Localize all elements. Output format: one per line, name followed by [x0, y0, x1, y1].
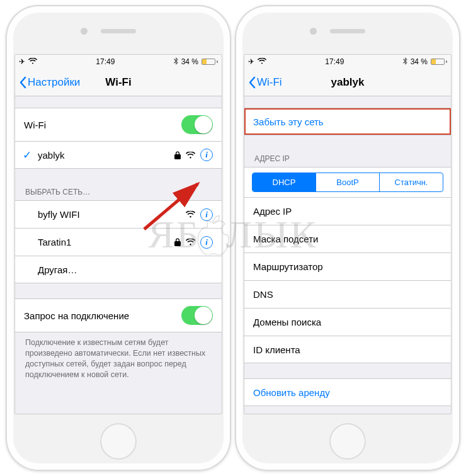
wifi-toggle-label: Wi-Fi [24, 120, 181, 130]
bluetooth-icon [174, 57, 178, 67]
wifi-toggle-row[interactable]: Wi-Fi [15, 108, 222, 141]
wifi-signal-icon [186, 211, 195, 218]
other-label: Другая… [38, 264, 213, 275]
forget-network-button[interactable]: Забыть эту сеть [244, 108, 451, 135]
seg-static[interactable]: Статичн. [379, 173, 443, 191]
row-ip-address[interactable]: Адрес IP [244, 197, 451, 225]
renew-label: Обновить аренду [253, 387, 330, 398]
back-label: Wi-Fi [257, 76, 282, 89]
back-label: Настройки [28, 76, 80, 89]
row-subnet-mask[interactable]: Маска подсети [244, 225, 451, 252]
airplane-icon: ✈︎ [19, 57, 25, 66]
row-client-id[interactable]: ID клиента [244, 336, 451, 363]
navbar: Настройки Wi-Fi [15, 69, 222, 96]
network-ssid: Taratin1 [38, 237, 174, 247]
status-bar: ✈︎ 17:49 34 % [244, 55, 451, 69]
row-router[interactable]: Маршрутизатор [244, 252, 451, 280]
home-button[interactable] [329, 423, 366, 460]
ip-section-header: АДРЕС IP [244, 150, 451, 167]
other-network-row[interactable]: Другая… [15, 256, 222, 283]
wifi-status-icon [258, 57, 266, 66]
phone-left: ✈︎ 17:49 34 % Настройки W [6, 5, 231, 471]
ask-to-join-toggle[interactable] [181, 306, 213, 325]
wifi-signal-icon [186, 239, 195, 246]
home-button[interactable] [100, 423, 137, 460]
wifi-toggle[interactable] [181, 115, 213, 134]
lock-icon [174, 151, 181, 159]
info-icon[interactable]: i [200, 208, 213, 221]
choose-network-header: ВЫБРАТЬ СЕТЬ… [15, 184, 222, 200]
forget-label: Забыть эту сеть [253, 116, 324, 127]
status-bar: ✈︎ 17:49 34 % [15, 55, 222, 69]
battery-icon [202, 59, 218, 65]
row-search-domains[interactable]: Домены поиска [244, 308, 451, 336]
battery-pct-text: 34 % [411, 57, 428, 66]
airplane-icon: ✈︎ [248, 57, 254, 66]
page-title: yablyk [331, 76, 365, 89]
chevron-left-icon [248, 76, 256, 89]
row-dns[interactable]: DNS [244, 280, 451, 308]
screen-wifi-detail: ✈︎ 17:49 34 % Wi-Fi yablyk [244, 54, 452, 414]
seg-bootp[interactable]: BootP [315, 173, 379, 191]
chevron-left-icon [19, 76, 26, 89]
bluetooth-icon [403, 57, 407, 67]
battery-pct-text: 34 % [181, 57, 198, 66]
status-time: 17:49 [96, 57, 115, 66]
info-icon[interactable]: i [200, 149, 213, 161]
network-row[interactable]: byfly WIFI i [15, 200, 222, 228]
check-icon: ✓ [23, 149, 31, 162]
ask-to-join-label: Запрос на подключение [24, 310, 181, 321]
page-title: Wi-Fi [105, 76, 131, 89]
wifi-signal-icon [186, 152, 195, 159]
connected-ssid: yablyk [38, 150, 174, 161]
network-row[interactable]: Taratin1 i [15, 228, 222, 256]
screen-wifi-list: ✈︎ 17:49 34 % Настройки W [14, 54, 222, 414]
phone-right: ✈︎ 17:49 34 % Wi-Fi yablyk [235, 5, 460, 471]
wifi-status-icon [28, 57, 37, 66]
ip-mode-segmented: DHCP BootP Статичн. [244, 167, 451, 197]
back-button[interactable]: Wi-Fi [248, 69, 282, 96]
renew-lease-button[interactable]: Обновить аренду [244, 378, 451, 406]
navbar: Wi-Fi yablyk [244, 69, 451, 96]
network-ssid: byfly WIFI [38, 209, 186, 220]
seg-dhcp[interactable]: DHCP [253, 173, 315, 191]
connected-network-row[interactable]: ✓ yablyk i [15, 141, 222, 169]
ask-to-join-row[interactable]: Запрос на подключение [15, 298, 222, 332]
battery-icon [431, 59, 447, 65]
info-icon[interactable]: i [200, 236, 213, 249]
lock-icon [174, 238, 181, 246]
status-time: 17:49 [325, 57, 344, 66]
ask-to-join-footer: Подключение к известным сетям будет прои… [15, 332, 222, 380]
back-button[interactable]: Настройки [19, 69, 80, 96]
